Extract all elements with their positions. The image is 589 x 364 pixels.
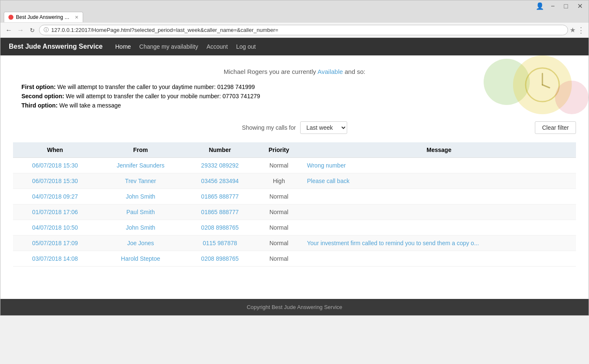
table-row: 01/07/2018 17:06Paul Smith01865 888777No…	[13, 204, 576, 220]
deco-circle-pink	[555, 81, 589, 114]
main-nav: Home Change my availability Account Log …	[115, 43, 256, 50]
profile-icon: 👤	[536, 2, 544, 10]
cell-when[interactable]: 04/07/2018 09:27	[13, 189, 97, 204]
table-row: 04/07/2018 10:50John Smith0208 8988765No…	[13, 220, 576, 236]
calls-table: When From Number Priority Message 06/07/…	[13, 142, 576, 267]
table-row: 04/07/2018 09:27John Smith01865 888777No…	[13, 189, 576, 204]
cell-priority: Normal	[256, 189, 302, 204]
cell-from[interactable]: Jennifer Saunders	[97, 158, 184, 173]
cell-message	[302, 251, 576, 267]
cell-when[interactable]: 05/07/2018 17:09	[13, 236, 97, 251]
cell-from[interactable]: Joe Jones	[97, 236, 184, 251]
cell-when[interactable]: 04/07/2018 10:50	[13, 220, 97, 236]
cell-number[interactable]: 03456 283494	[184, 173, 256, 189]
filter-row: Showing my calls for Today Yesterday Las…	[13, 121, 576, 134]
cell-from[interactable]: Trev Tanner	[97, 173, 184, 189]
cell-number[interactable]: 0208 8988765	[184, 220, 256, 236]
cell-when[interactable]: 01/07/2018 17:06	[13, 204, 97, 220]
cell-priority: Normal	[256, 220, 302, 236]
cell-from[interactable]: John Smith	[97, 220, 184, 236]
close-button[interactable]: ✕	[575, 2, 585, 10]
cell-number[interactable]: 0115 987878	[184, 236, 256, 251]
cell-from[interactable]: Paul Smith	[97, 204, 184, 220]
footer-copyright: Copyright Best Jude Answering Service	[247, 304, 343, 310]
cell-when[interactable]: 03/07/2018 14:08	[13, 251, 97, 267]
status-name-pre: Michael Rogers you are currently	[224, 68, 317, 75]
browser-tab[interactable]: Best Jude Answering Se... ✕	[4, 12, 83, 22]
col-priority: Priority	[256, 142, 302, 158]
refresh-button[interactable]: ↻	[27, 26, 37, 34]
cell-number[interactable]: 01865 888777	[184, 204, 256, 220]
cell-message[interactable]: Wrong number	[302, 158, 576, 173]
showing-label: Showing my calls for	[242, 124, 296, 131]
menu-button[interactable]: ⋮	[577, 26, 585, 35]
cell-priority: High	[256, 173, 302, 189]
table-row: 06/07/2018 15:30Trev Tanner03456 283494H…	[13, 173, 576, 189]
col-from: From	[97, 142, 184, 158]
restore-button[interactable]: □	[561, 3, 571, 10]
main-content: Michael Rogers you are currently Availab…	[0, 55, 589, 299]
cell-message	[302, 220, 576, 236]
cell-number[interactable]: 29332 089292	[184, 158, 256, 173]
third-option-text: We will take a message	[59, 102, 121, 109]
col-message: Message	[302, 142, 576, 158]
cell-message[interactable]: Your investment firm called to remind yo…	[302, 236, 576, 251]
nav-logout[interactable]: Log out	[236, 43, 256, 50]
cell-message	[302, 189, 576, 204]
bookmark-button[interactable]: ★	[570, 26, 576, 34]
third-option-label: Third option:	[21, 102, 58, 109]
clear-filter-button[interactable]: Clear filter	[535, 121, 576, 134]
second-option-label: Second option:	[21, 93, 64, 100]
app-footer: Copyright Best Jude Answering Service	[0, 299, 589, 315]
third-option-line: Third option: We will take a message	[21, 102, 576, 109]
table-row: 06/07/2018 15:30Jennifer Saunders29332 0…	[13, 158, 576, 173]
header-row: When From Number Priority Message	[13, 142, 576, 158]
cell-number[interactable]: 0208 8988765	[184, 251, 256, 267]
period-select[interactable]: Today Yesterday Last week Last month All	[300, 121, 347, 134]
svg-line-2	[542, 85, 550, 88]
cell-priority: Normal	[256, 251, 302, 267]
first-option-label: First option:	[21, 84, 56, 90]
app-header: Best Jude Answering Service Home Change …	[0, 38, 589, 55]
table-header: When From Number Priority Message	[13, 142, 576, 158]
tab-close-icon[interactable]: ✕	[75, 15, 79, 20]
forward-button[interactable]: →	[16, 26, 26, 35]
cell-when[interactable]: 06/07/2018 15:30	[13, 173, 97, 189]
tab-favicon	[8, 15, 13, 20]
cell-message	[302, 204, 576, 220]
col-when: When	[13, 142, 97, 158]
table-body: 06/07/2018 15:30Jennifer Saunders29332 0…	[13, 158, 576, 267]
table-row: 03/07/2018 14:08Harold Steptoe0208 89887…	[13, 251, 576, 267]
back-button[interactable]: ←	[4, 26, 14, 35]
cell-priority: Normal	[256, 204, 302, 220]
nav-home[interactable]: Home	[115, 43, 131, 50]
table-row: 05/07/2018 17:09Joe Jones0115 987878Norm…	[13, 236, 576, 251]
secure-icon: ⓘ	[44, 26, 49, 34]
minimize-button[interactable]: −	[548, 3, 557, 10]
cell-from[interactable]: John Smith	[97, 189, 184, 204]
cell-priority: Normal	[256, 236, 302, 251]
cell-from[interactable]: Harold Steptoe	[97, 251, 184, 267]
nav-availability[interactable]: Change my availability	[139, 43, 198, 50]
app-title: Best Jude Answering Service	[9, 43, 103, 50]
cell-number[interactable]: 01865 888777	[184, 189, 256, 204]
cell-priority: Normal	[256, 158, 302, 173]
first-option-text: We will attempt to transfer the caller t…	[58, 84, 255, 90]
cell-when[interactable]: 06/07/2018 15:30	[13, 158, 97, 173]
tab-title: Best Jude Answering Se...	[16, 14, 71, 20]
status-available: Available	[317, 68, 343, 75]
nav-account[interactable]: Account	[207, 43, 228, 50]
status-suffix: and so:	[345, 68, 365, 75]
second-option-text: We will attempt to transfer the caller t…	[66, 93, 260, 100]
address-bar[interactable]	[51, 27, 563, 33]
cell-message[interactable]: Please call back	[302, 173, 576, 189]
col-number: Number	[184, 142, 256, 158]
